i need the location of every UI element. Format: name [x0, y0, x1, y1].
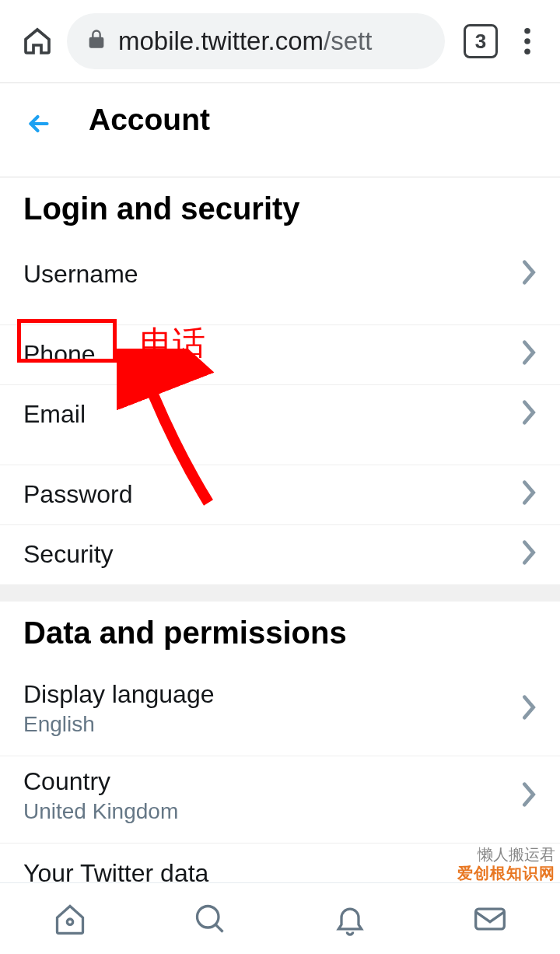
label-security: Security [23, 540, 114, 569]
tab-count[interactable]: 3 [464, 24, 498, 58]
chevron-right-icon [521, 479, 537, 509]
chevron-right-icon [521, 694, 537, 724]
label-username: Username [23, 260, 138, 289]
sub-country: United Kingdom [23, 799, 178, 824]
nav-home-icon[interactable] [50, 899, 90, 939]
home-icon[interactable] [16, 19, 59, 63]
more-menu-icon[interactable] [510, 24, 544, 58]
chevron-right-icon [521, 399, 537, 429]
svg-point-0 [524, 28, 530, 34]
page-title: Account [89, 103, 210, 137]
row-password[interactable]: Password [0, 465, 560, 525]
nav-search-icon[interactable] [190, 899, 230, 939]
row-display-language[interactable]: Display language English [0, 669, 560, 756]
back-button[interactable] [23, 108, 54, 139]
label-phone: Phone [23, 340, 96, 369]
page-header: Account [0, 83, 560, 177]
row-twitter-data[interactable]: Your Twitter data [0, 844, 560, 888]
lock-icon [86, 26, 107, 56]
label-password: Password [23, 480, 133, 509]
label-country: Country [23, 767, 178, 796]
bottom-nav [0, 882, 560, 954]
svg-point-2 [524, 48, 530, 54]
chevron-right-icon [521, 339, 537, 369]
nav-messages-icon[interactable] [470, 899, 510, 939]
svg-point-4 [198, 906, 219, 928]
row-country[interactable]: Country United Kingdom [0, 756, 560, 844]
chevron-right-icon [521, 259, 537, 289]
chevron-right-icon [521, 781, 537, 811]
svg-point-3 [67, 919, 72, 924]
section-title-data: Data and permissions [0, 602, 560, 669]
url-text: mobile.twitter.com/sett [118, 26, 372, 56]
sub-display-language: English [23, 712, 215, 737]
label-display-language: Display language [23, 680, 215, 709]
row-phone[interactable]: Phone [0, 325, 560, 385]
nav-notifications-icon[interactable] [330, 899, 370, 939]
label-email: Email [23, 400, 86, 429]
row-username[interactable]: Username [0, 245, 560, 325]
browser-bar: mobile.twitter.com/sett 3 [0, 0, 560, 82]
svg-point-1 [524, 38, 530, 44]
url-bar[interactable]: mobile.twitter.com/sett [67, 13, 445, 69]
svg-rect-5 [476, 909, 505, 929]
section-title-login: Login and security [0, 177, 560, 245]
row-email[interactable]: Email [0, 385, 560, 465]
chevron-right-icon [521, 539, 537, 569]
row-security[interactable]: Security [0, 525, 560, 584]
